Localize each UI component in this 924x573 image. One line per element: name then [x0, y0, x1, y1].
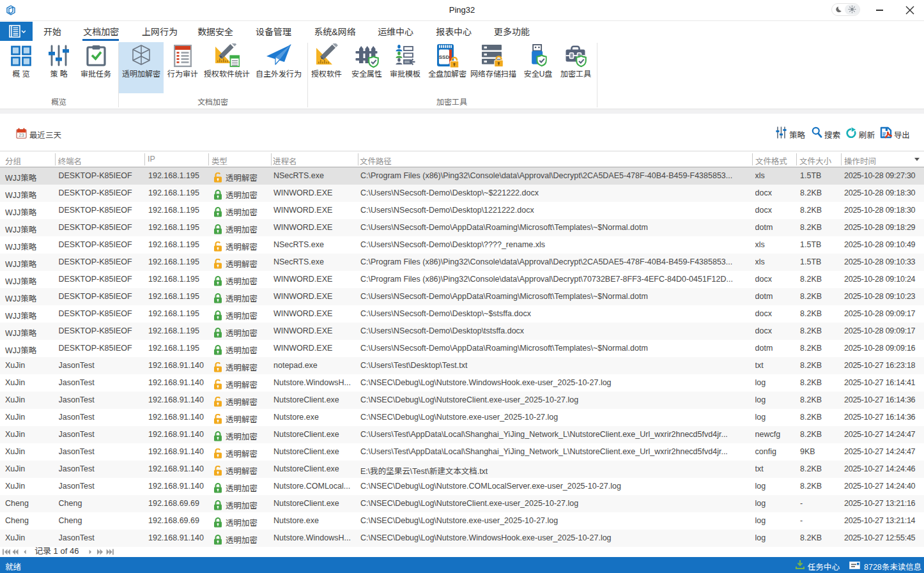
svg-text:23: 23	[19, 132, 24, 138]
svg-text:SSD: SSD	[439, 54, 450, 60]
